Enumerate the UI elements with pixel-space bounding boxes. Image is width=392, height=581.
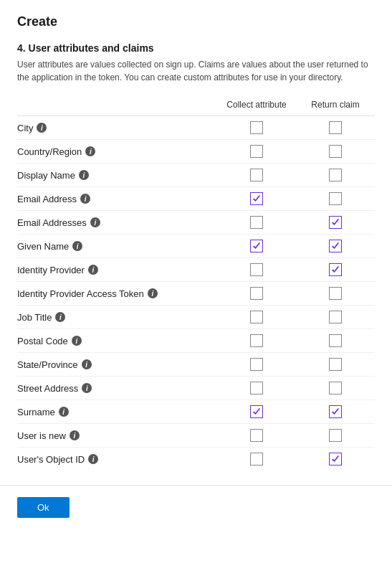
attr-name-9: Postal Codei bbox=[17, 336, 217, 346]
table-row: User is newi bbox=[17, 424, 375, 448]
info-icon[interactable]: i bbox=[59, 407, 69, 417]
collect-checkbox-col-3 bbox=[217, 192, 296, 205]
info-icon[interactable]: i bbox=[148, 288, 158, 298]
attr-name-3: Email Addressi bbox=[17, 194, 217, 204]
return-checkbox-6[interactable] bbox=[329, 263, 342, 276]
collect-checkbox-col-1 bbox=[217, 145, 296, 158]
info-icon[interactable]: i bbox=[85, 146, 95, 156]
table-row: Email Addressi bbox=[17, 187, 375, 211]
return-checkbox-11[interactable] bbox=[329, 382, 342, 395]
ok-button[interactable]: Ok bbox=[17, 497, 70, 518]
info-icon[interactable]: i bbox=[72, 336, 82, 346]
return-checkbox-13[interactable] bbox=[329, 429, 342, 442]
attributes-list: CityiCountry/RegioniDisplay NameiEmail A… bbox=[17, 116, 375, 471]
attr-name-1: Country/Regioni bbox=[17, 146, 217, 157]
return-checkbox-col-4 bbox=[296, 216, 375, 229]
table-row: Job Titlei bbox=[17, 306, 375, 329]
attr-name-6: Identity Provideri bbox=[17, 265, 217, 275]
info-icon[interactable]: i bbox=[88, 454, 98, 464]
table-row: State/Provincei bbox=[17, 353, 375, 377]
return-checkbox-4[interactable] bbox=[329, 216, 342, 229]
collect-checkbox-col-14 bbox=[217, 453, 296, 466]
collect-checkbox-9[interactable] bbox=[250, 334, 263, 347]
return-checkbox-col-12 bbox=[296, 405, 375, 418]
attr-name-11: Street Addressi bbox=[17, 383, 217, 394]
collect-checkbox-5[interactable] bbox=[250, 240, 263, 252]
main-panel: Create 4. User attributes and claims Use… bbox=[0, 0, 392, 485]
collect-checkbox-11[interactable] bbox=[250, 382, 263, 395]
table-row: Surnamei bbox=[17, 400, 375, 424]
collect-checkbox-4[interactable] bbox=[250, 216, 263, 229]
table-row: Identity Provideri bbox=[17, 258, 375, 282]
collect-checkbox-col-0 bbox=[217, 121, 296, 134]
table-row: User's Object IDi bbox=[17, 448, 375, 471]
collect-checkbox-col-13 bbox=[217, 429, 296, 442]
return-checkbox-col-2 bbox=[296, 169, 375, 181]
return-checkbox-col-9 bbox=[296, 334, 375, 347]
info-icon[interactable]: i bbox=[55, 312, 65, 322]
return-checkbox-9[interactable] bbox=[329, 334, 342, 347]
section-title: 4. User attributes and claims bbox=[17, 42, 375, 54]
return-checkbox-3[interactable] bbox=[329, 192, 342, 205]
table-row: Email Addressesi bbox=[17, 211, 375, 235]
table-row: Street Addressi bbox=[17, 377, 375, 400]
collect-checkbox-13[interactable] bbox=[250, 429, 263, 442]
collect-checkbox-2[interactable] bbox=[250, 169, 263, 181]
collect-checkbox-col-6 bbox=[217, 263, 296, 276]
attr-name-5: Given Namei bbox=[17, 241, 217, 252]
return-checkbox-col-6 bbox=[296, 263, 375, 276]
collect-checkbox-col-11 bbox=[217, 382, 296, 395]
return-checkbox-col-14 bbox=[296, 453, 375, 466]
footer: Ok bbox=[0, 485, 392, 529]
attr-name-7: Identity Provider Access Tokeni bbox=[17, 288, 217, 299]
collect-checkbox-1[interactable] bbox=[250, 145, 263, 158]
collect-checkbox-14[interactable] bbox=[250, 453, 263, 466]
collect-checkbox-col-8 bbox=[217, 311, 296, 323]
return-checkbox-1[interactable] bbox=[329, 145, 342, 158]
collect-checkbox-col-4 bbox=[217, 216, 296, 229]
table-row: Display Namei bbox=[17, 164, 375, 187]
collect-checkbox-7[interactable] bbox=[250, 287, 263, 300]
info-icon[interactable]: i bbox=[37, 123, 47, 133]
return-checkbox-col-0 bbox=[296, 121, 375, 134]
collect-checkbox-6[interactable] bbox=[250, 263, 263, 276]
return-checkbox-7[interactable] bbox=[329, 287, 342, 300]
collect-checkbox-8[interactable] bbox=[250, 311, 263, 323]
info-icon[interactable]: i bbox=[82, 359, 92, 369]
attr-name-10: State/Provincei bbox=[17, 359, 217, 370]
collect-checkbox-col-10 bbox=[217, 358, 296, 371]
header-collect: Collect attribute bbox=[217, 100, 296, 110]
return-checkbox-2[interactable] bbox=[329, 169, 342, 181]
return-checkbox-0[interactable] bbox=[329, 121, 342, 134]
header-return: Return claim bbox=[296, 100, 375, 110]
collect-checkbox-col-7 bbox=[217, 287, 296, 300]
table-row: Postal Codei bbox=[17, 329, 375, 353]
attr-name-4: Email Addressesi bbox=[17, 217, 217, 228]
collect-checkbox-3[interactable] bbox=[250, 192, 263, 205]
return-checkbox-10[interactable] bbox=[329, 358, 342, 371]
info-icon[interactable]: i bbox=[80, 194, 90, 204]
info-icon[interactable]: i bbox=[70, 430, 80, 440]
return-checkbox-12[interactable] bbox=[329, 405, 342, 418]
info-icon[interactable]: i bbox=[82, 383, 92, 393]
table-row: Country/Regioni bbox=[17, 140, 375, 164]
collect-checkbox-col-12 bbox=[217, 405, 296, 418]
return-checkbox-5[interactable] bbox=[329, 240, 342, 252]
return-checkbox-8[interactable] bbox=[329, 311, 342, 323]
info-icon[interactable]: i bbox=[90, 217, 100, 227]
return-checkbox-col-3 bbox=[296, 192, 375, 205]
return-checkbox-col-13 bbox=[296, 429, 375, 442]
collect-checkbox-10[interactable] bbox=[250, 358, 263, 371]
collect-checkbox-12[interactable] bbox=[250, 405, 263, 418]
info-icon[interactable]: i bbox=[88, 265, 98, 275]
return-checkbox-col-5 bbox=[296, 240, 375, 252]
info-icon[interactable]: i bbox=[79, 170, 89, 180]
return-checkbox-14[interactable] bbox=[329, 453, 342, 466]
info-icon[interactable]: i bbox=[72, 241, 82, 251]
section-description: User attributes are values collected on … bbox=[17, 58, 375, 84]
collect-checkbox-0[interactable] bbox=[250, 121, 263, 134]
collect-checkbox-col-5 bbox=[217, 240, 296, 252]
return-checkbox-col-8 bbox=[296, 311, 375, 323]
return-checkbox-col-1 bbox=[296, 145, 375, 158]
attr-name-12: Surnamei bbox=[17, 407, 217, 417]
